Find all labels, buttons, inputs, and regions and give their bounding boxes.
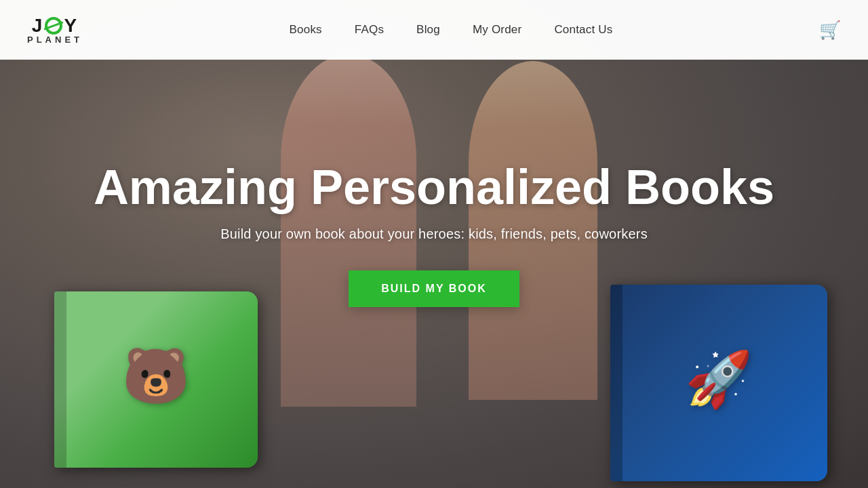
cart-icon: 🛒: [819, 20, 841, 41]
nav-my-order[interactable]: My Order: [473, 23, 521, 37]
logo-o-icon: [45, 17, 62, 35]
logo-planet: PLANET: [27, 35, 83, 44]
cart-button[interactable]: 🛒: [819, 20, 841, 41]
book-left: 🐻: [54, 291, 258, 468]
nav-books[interactable]: Books: [290, 23, 322, 37]
main-nav: Books FAQs Blog My Order Contact Us: [290, 23, 613, 37]
build-my-book-button[interactable]: BUILD MY BOOK: [349, 270, 519, 307]
hero-content: Amazing Personalized Books Build your ow…: [80, 161, 788, 307]
nav-contact-us[interactable]: Contact Us: [554, 23, 612, 37]
logo-y: Y: [64, 16, 78, 35]
nav-faqs[interactable]: FAQs: [355, 23, 384, 37]
logo[interactable]: J Y PLANET: [27, 16, 83, 44]
hero-subtitle: Build your own book about your heroes: k…: [94, 226, 774, 242]
hero-title: Amazing Personalized Books: [94, 161, 774, 214]
book-right: 🚀: [610, 285, 827, 481]
logo-j: J: [32, 16, 44, 35]
book-left-icon: 🐻: [122, 344, 190, 408]
hero-section: 🐻 🚀 Amazing Personalized Books Build you…: [0, 0, 868, 488]
nav-blog[interactable]: Blog: [416, 23, 440, 37]
site-header: J Y PLANET Books FAQs Blog My Order Cont…: [0, 0, 868, 60]
book-right-icon: 🚀: [685, 348, 753, 411]
